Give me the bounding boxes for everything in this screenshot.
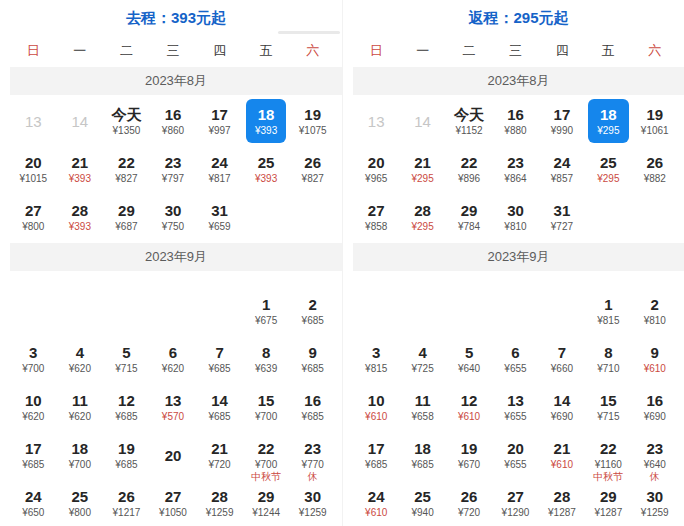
day-cell-21[interactable]: 21¥720 (199, 433, 240, 477)
day-cell-12[interactable]: 12¥685 (106, 385, 147, 429)
day-cell-20[interactable]: 20¥965 (356, 147, 396, 191)
day-price: ¥659 (208, 220, 230, 233)
day-cell-today[interactable]: 今天¥1152 (449, 99, 489, 143)
day-cell-13[interactable]: 13¥655 (495, 385, 535, 429)
day-cell-18[interactable]: 18¥700 (60, 433, 101, 477)
day-cell-9[interactable]: 9¥685 (292, 337, 333, 381)
day-cell-11[interactable]: 11¥620 (60, 385, 101, 429)
day-cell-20[interactable]: 20¥655 (495, 433, 535, 477)
day-cell-16[interactable]: 16¥690 (635, 385, 675, 429)
day-cell-29[interactable]: 29¥784 (449, 195, 489, 239)
day-cell-1[interactable]: 1¥675 (246, 289, 287, 333)
day-cell-18[interactable]: 18¥685 (402, 433, 442, 477)
day-cell-28[interactable]: 28¥1287 (542, 481, 582, 525)
day-cell-10[interactable]: 10¥620 (13, 385, 54, 429)
day-cell-26[interactable]: 26¥1217 (106, 481, 147, 525)
day-cell-26[interactable]: 26¥720 (449, 481, 489, 525)
day-cell-24[interactable]: 24¥650 (13, 481, 54, 525)
dual-fare-calendar: 去程：393元起 日一二三四五六 2023年8月1314今天¥135016¥86… (0, 0, 684, 526)
day-cell-7[interactable]: 7¥685 (199, 337, 240, 381)
day-cell-28[interactable]: 28¥1259 (199, 481, 240, 525)
day-number: 10 (368, 392, 385, 409)
day-cell-20[interactable]: 20 (153, 433, 194, 477)
day-cell-26[interactable]: 26¥827 (292, 147, 333, 191)
day-cell-23[interactable]: 23¥797 (153, 147, 194, 191)
day-cell-19[interactable]: 19¥685 (106, 433, 147, 477)
day-cell-18[interactable]: 18¥393 (246, 99, 287, 143)
day-cell-5[interactable]: 5¥640 (449, 337, 489, 381)
day-cell-9[interactable]: 9¥610 (635, 337, 675, 381)
day-cell-8[interactable]: 8¥710 (588, 337, 628, 381)
day-cell-30[interactable]: 30¥750 (153, 195, 194, 239)
day-cell-4[interactable]: 4¥725 (402, 337, 442, 381)
day-cell-17[interactable]: 17¥685 (13, 433, 54, 477)
day-cell-29[interactable]: 中秋节29¥1244 (246, 481, 287, 525)
day-cell-2[interactable]: 2¥685 (292, 289, 333, 333)
month-header: 2023年9月 (10, 243, 342, 271)
day-cell-19[interactable]: 19¥670 (449, 433, 489, 477)
day-cell-30[interactable]: 休30¥1259 (635, 481, 675, 525)
day-cell-24[interactable]: 24¥817 (199, 147, 240, 191)
day-number: 5 (122, 344, 130, 361)
day-cell-6[interactable]: 6¥620 (153, 337, 194, 381)
day-cell-31[interactable]: 31¥727 (542, 195, 582, 239)
day-cell-1[interactable]: 1¥815 (588, 289, 628, 333)
day-cell-16[interactable]: 16¥880 (495, 99, 535, 143)
day-cell-19[interactable]: 19¥1061 (635, 99, 675, 143)
day-cell-27[interactable]: 27¥800 (13, 195, 54, 239)
day-cell-27[interactable]: 27¥858 (356, 195, 396, 239)
month-header: 2023年8月 (353, 67, 684, 95)
day-cell-26[interactable]: 26¥882 (635, 147, 675, 191)
day-cell-15[interactable]: 15¥715 (588, 385, 628, 429)
day-cell-21[interactable]: 21¥393 (60, 147, 101, 191)
day-cell-16[interactable]: 16¥860 (153, 99, 194, 143)
day-cell-16[interactable]: 16¥685 (292, 385, 333, 429)
day-cell-13[interactable]: 13¥570 (153, 385, 194, 429)
day-cell-17[interactable]: 17¥685 (356, 433, 396, 477)
day-cell-31[interactable]: 31¥659 (199, 195, 240, 239)
day-cell-8[interactable]: 8¥639 (246, 337, 287, 381)
day-cell-17[interactable]: 17¥990 (542, 99, 582, 143)
day-cell-23[interactable]: 23¥864 (495, 147, 535, 191)
day-cell-22[interactable]: 22¥896 (449, 147, 489, 191)
day-cell-29[interactable]: 29¥687 (106, 195, 147, 239)
day-cell-17[interactable]: 17¥997 (199, 99, 240, 143)
day-cell-30[interactable]: 30¥810 (495, 195, 535, 239)
day-cell-2[interactable]: 2¥810 (635, 289, 675, 333)
day-cell-7[interactable]: 7¥660 (542, 337, 582, 381)
day-cell-15[interactable]: 15¥700 (246, 385, 287, 429)
day-cell-28[interactable]: 28¥295 (402, 195, 442, 239)
day-cell-22[interactable]: 22¥827 (106, 147, 147, 191)
scrollbar-thumb[interactable] (278, 31, 340, 34)
day-price: ¥997 (208, 124, 230, 137)
day-cell-21[interactable]: 21¥610 (542, 433, 582, 477)
day-cell-19[interactable]: 19¥1075 (292, 99, 333, 143)
day-cell-10[interactable]: 10¥610 (356, 385, 396, 429)
day-cell-29[interactable]: 中秋节29¥1287 (588, 481, 628, 525)
day-cell-5[interactable]: 5¥715 (106, 337, 147, 381)
day-cell-21[interactable]: 21¥295 (402, 147, 442, 191)
day-cell-11[interactable]: 11¥658 (402, 385, 442, 429)
day-cell-today[interactable]: 今天¥1350 (106, 99, 147, 143)
day-cell-14[interactable]: 14¥685 (199, 385, 240, 429)
day-cell-24[interactable]: 24¥610 (356, 481, 396, 525)
day-cell-25[interactable]: 25¥800 (60, 481, 101, 525)
day-cell-12[interactable]: 12¥610 (449, 385, 489, 429)
day-cell-24[interactable]: 24¥857 (542, 147, 582, 191)
day-cell-14[interactable]: 14¥690 (542, 385, 582, 429)
day-cell-3[interactable]: 3¥815 (356, 337, 396, 381)
day-cell-6[interactable]: 6¥655 (495, 337, 535, 381)
day-cell-25[interactable]: 25¥295 (588, 147, 628, 191)
day-cell-25[interactable]: 25¥393 (246, 147, 287, 191)
day-price: ¥620 (22, 410, 44, 423)
day-cell-20[interactable]: 20¥1015 (13, 147, 54, 191)
day-cell-30[interactable]: 休30¥1259 (292, 481, 333, 525)
day-cell-25[interactable]: 25¥940 (402, 481, 442, 525)
day-cell-18[interactable]: 18¥295 (588, 99, 628, 143)
day-number: 29 (258, 488, 275, 505)
day-cell-27[interactable]: 27¥1290 (495, 481, 535, 525)
day-cell-3[interactable]: 3¥700 (13, 337, 54, 381)
day-cell-28[interactable]: 28¥393 (60, 195, 101, 239)
day-cell-27[interactable]: 27¥1050 (153, 481, 194, 525)
day-cell-4[interactable]: 4¥620 (60, 337, 101, 381)
